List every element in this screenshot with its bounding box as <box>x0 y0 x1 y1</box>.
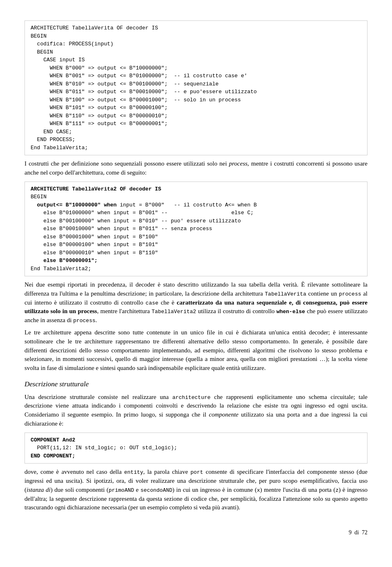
prose-3: Le tre architetture appena descritte son… <box>24 328 368 373</box>
page-number: 9 <box>349 529 352 536</box>
page-total: 72 <box>362 529 368 536</box>
section-title-descrizione-strutturale: Descrizione strutturale <box>24 379 368 390</box>
code-block-1: ARCHITECTURE TabellaVerita OF decoder IS… <box>24 20 368 155</box>
prose-2: Nei due esempi riportati in precedenza, … <box>24 280 368 325</box>
prose-5: dove, come è avvenuto nel caso della ent… <box>24 468 368 512</box>
page-of: di <box>354 529 359 536</box>
prose-1: I costrutti che per definizione sono seq… <box>24 159 368 177</box>
code-block-2: ARCHITECTURE TabellaVerita2 OF decoder I… <box>24 182 368 277</box>
page-footer: 9 di 72 <box>24 529 368 537</box>
code-block-3: COMPONENT And2 PORT(i1,i2: IN std_logic;… <box>24 433 368 464</box>
prose-4: Una descrizione strutturale consiste nel… <box>24 393 368 428</box>
